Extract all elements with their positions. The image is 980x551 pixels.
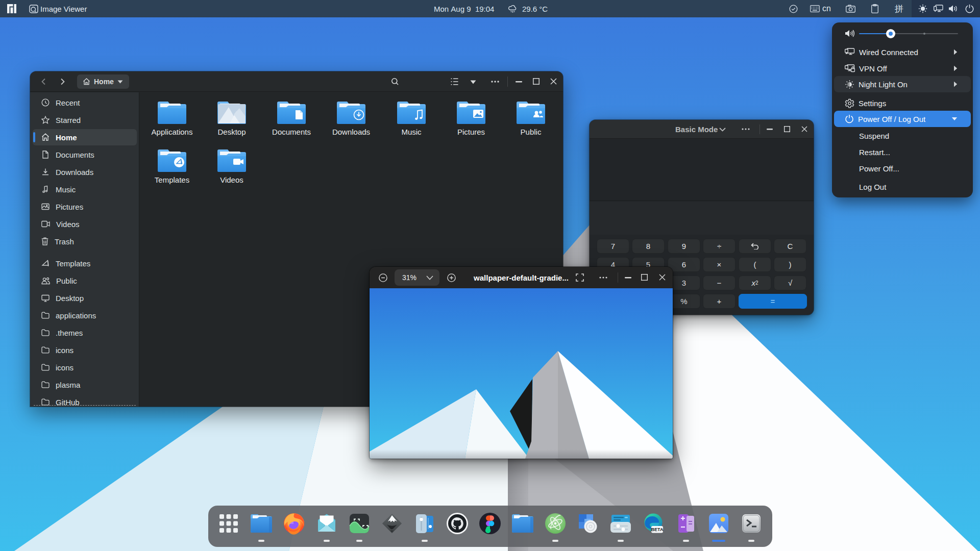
svg-text:BETA: BETA xyxy=(651,527,664,532)
